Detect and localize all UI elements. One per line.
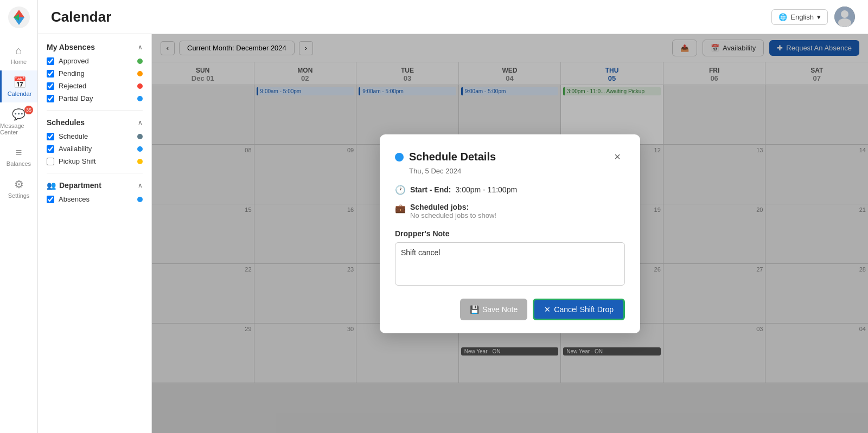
modal-title: Schedule Details xyxy=(409,151,496,163)
schedule-checkbox[interactable] xyxy=(47,133,54,140)
department-title: Department xyxy=(59,181,101,190)
schedules-title: Schedules xyxy=(47,118,85,127)
department-chevron[interactable]: ∧ xyxy=(138,182,143,189)
modal-close-button[interactable]: × xyxy=(610,150,625,165)
message-badge: 35 xyxy=(24,106,33,114)
briefcase-icon: 💼 xyxy=(395,203,406,214)
start-end-value: 3:00pm - 11:00pm xyxy=(455,185,517,194)
rejected-checkbox[interactable] xyxy=(47,82,54,90)
partial-day-checkbox[interactable] xyxy=(47,95,54,102)
balances-icon: ≡ xyxy=(16,146,22,159)
schedules-title-row: Schedules ∧ xyxy=(47,118,143,127)
app-logo xyxy=(7,5,31,31)
save-note-button[interactable]: 💾 Save Note xyxy=(460,299,527,320)
modal-date: Thu, 5 Dec 2024 xyxy=(409,167,625,175)
modal-status-dot xyxy=(395,153,404,161)
clock-icon: 🕐 xyxy=(395,185,406,195)
message-icon: 💬 xyxy=(12,108,25,121)
save-icon: 💾 xyxy=(470,305,479,314)
modal-title-row: Schedule Details xyxy=(395,151,496,163)
schedule-details-modal: Schedule Details × Thu, 5 Dec 2024 🕐 Sta… xyxy=(380,134,640,333)
department-section: 👥 Department ∧ Absences xyxy=(47,181,143,203)
pending-dot xyxy=(137,71,143,76)
availability-dot xyxy=(137,146,143,152)
sidebar-item-messages[interactable]: 💬 35 Message Center xyxy=(0,102,37,141)
settings-icon: ⚙ xyxy=(14,178,24,191)
note-textarea[interactable]: Shift cancel xyxy=(395,242,625,286)
my-absences-title-row: My Absences ∧ xyxy=(47,43,143,51)
department-title-row: 👥 Department ∧ xyxy=(47,181,143,190)
section-divider-2 xyxy=(47,173,143,173)
my-absences-chevron[interactable]: ∧ xyxy=(138,43,143,51)
filter-pending: Pending xyxy=(47,69,143,77)
modal-actions: 💾 Save Note ✕ Cancel Shift Drop xyxy=(395,299,625,320)
schedules-chevron[interactable]: ∧ xyxy=(138,119,143,126)
x-icon: ✕ xyxy=(544,305,551,314)
chevron-down-icon: ▾ xyxy=(817,13,821,21)
modal-header: Schedule Details × xyxy=(395,150,625,165)
my-absences-title: My Absences xyxy=(47,43,95,51)
pickup-shift-dot xyxy=(137,159,143,164)
start-end-label: Start - End: xyxy=(410,185,451,194)
dept-absences-checkbox[interactable] xyxy=(47,196,54,203)
availability-checkbox[interactable] xyxy=(47,145,54,153)
filter-rejected: Rejected xyxy=(47,82,143,90)
svg-point-2 xyxy=(841,10,848,18)
dept-absences-dot xyxy=(137,197,143,202)
content-row: My Absences ∧ Approved Pending Rejected xyxy=(38,34,868,433)
scheduled-jobs-empty: No scheduled jobs to show! xyxy=(410,211,496,219)
sidebar: ⌂ Home 📅 Calendar 💬 35 Message Center ≡ … xyxy=(0,0,38,433)
filter-partial-day: Partial Day xyxy=(47,94,143,102)
pending-checkbox[interactable] xyxy=(47,70,54,77)
sidebar-item-settings[interactable]: ⚙ Settings xyxy=(0,172,37,204)
pickup-shift-checkbox[interactable] xyxy=(47,158,54,165)
modal-overlay: Schedule Details × Thu, 5 Dec 2024 🕐 Sta… xyxy=(152,34,868,433)
sidebar-item-calendar[interactable]: 📅 Calendar xyxy=(0,70,37,102)
partial-day-dot xyxy=(137,96,143,101)
approved-checkbox[interactable] xyxy=(47,57,54,65)
calendar-area: ‹ Current Month: December 2024 › 📤 📅 Ava… xyxy=(152,34,868,433)
page-title: Calendar xyxy=(51,9,111,25)
scheduled-jobs-label: Scheduled jobs: xyxy=(410,203,469,211)
rejected-dot xyxy=(137,83,143,89)
calendar-icon: 📅 xyxy=(13,76,27,89)
language-label: English xyxy=(790,13,814,21)
modal-jobs-row: 💼 Scheduled jobs: No scheduled jobs to s… xyxy=(395,203,625,219)
top-header: Calendar 🌐 English ▾ xyxy=(38,0,868,34)
avatar xyxy=(834,7,855,27)
approved-dot xyxy=(137,59,143,64)
header-right: 🌐 English ▾ xyxy=(771,7,855,27)
home-icon: ⌂ xyxy=(15,44,22,57)
sidebar-item-balances[interactable]: ≡ Balances xyxy=(0,141,37,172)
schedules-section: Schedules ∧ Schedule Availability Pickup… xyxy=(47,118,143,165)
schedule-dot xyxy=(137,134,143,139)
department-people-icon: 👥 xyxy=(47,181,56,190)
filter-schedule: Schedule xyxy=(47,132,143,140)
droppers-note-section: Dropper's Note Shift cancel xyxy=(395,229,625,288)
section-divider-1 xyxy=(47,110,143,111)
my-absences-section: My Absences ∧ Approved Pending Rejected xyxy=(47,43,143,102)
main-content: Calendar 🌐 English ▾ My Absences ∧ xyxy=(38,0,868,433)
filter-dept-absences: Absences xyxy=(47,195,143,203)
globe-icon: 🌐 xyxy=(778,13,787,21)
filter-pickup-shift: Pickup Shift xyxy=(47,157,143,165)
filter-approved: Approved xyxy=(47,57,143,65)
cancel-shift-drop-button[interactable]: ✕ Cancel Shift Drop xyxy=(533,299,625,320)
droppers-note-label: Dropper's Note xyxy=(395,229,625,238)
left-panel: My Absences ∧ Approved Pending Rejected xyxy=(38,34,152,433)
filter-availability: Availability xyxy=(47,145,143,153)
sidebar-item-home[interactable]: ⌂ Home xyxy=(0,39,37,70)
modal-time-row: 🕐 Start - End: 3:00pm - 11:00pm xyxy=(395,185,625,195)
svg-point-3 xyxy=(838,18,851,27)
language-selector[interactable]: 🌐 English ▾ xyxy=(771,9,828,25)
